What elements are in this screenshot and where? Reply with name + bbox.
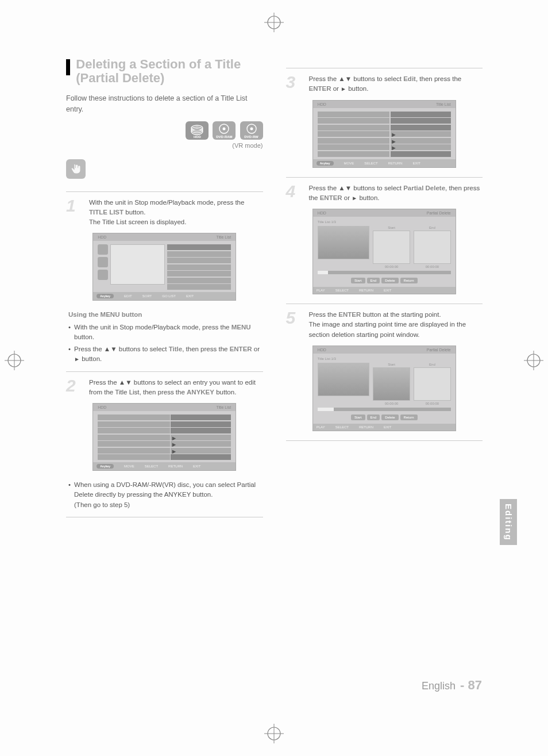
step-5: 5 Press the ENTER button at the starting… [286,310,483,340]
divider [66,517,263,517]
step-number: 5 [286,310,302,340]
section-marker [66,59,70,75]
intro-text: Follow these instructions to delete a se… [66,93,263,114]
using-menu-note: Using the MENU button •With the unit in … [66,310,263,364]
step-number: 2 [66,378,82,398]
section-title-row: Deleting a Section of a Title (Partial D… [66,57,263,85]
step-4: 4 Press the ▲▼ buttons to select Partial… [286,183,483,204]
page-footer: English - 87 [66,678,482,693]
step-number: 3 [286,74,302,94]
step-body: Press the ▲▼ buttons to select Edit, the… [309,74,483,94]
divider [286,440,483,441]
divider [286,177,483,178]
divider [286,304,483,304]
hand-press-icon [66,159,86,179]
section-title: Deleting a Section of a Title (Partial D… [76,57,263,85]
right-column: 3 Press the ▲▼ buttons to select Edit, t… [286,57,483,701]
svg-point-18 [250,127,253,130]
step-body: Press the ENTER button at the starting p… [309,310,483,340]
crop-mark-right [524,351,543,370]
divider [286,68,483,68]
divider [66,371,263,372]
step-number: 4 [286,183,302,204]
svg-point-16 [223,127,226,130]
ui-mock-partial-delete-2: HDDPartial Delete Title List 1/3 Start 0… [312,346,456,431]
ui-mock-partial-delete-1: HDDPartial Delete Title List 1/3 Start 0… [312,209,456,294]
side-tab-editing: Editing [500,499,517,545]
note-dvd-ram: •When using a DVD-RAM/-RW(VR) disc, you … [66,480,263,510]
using-menu-heading: Using the MENU button [68,310,263,320]
step-number: 1 [66,198,82,228]
crop-mark-bottom [264,724,284,743]
divider [66,191,263,192]
badge-dvd-ram: DVD-RAM [213,121,236,140]
step-2: 2 Press the ▲▼ buttons to select an entr… [66,378,263,398]
ui-mock-title-list-3: HDDTitle List ► ► ► [312,100,456,168]
page: Deleting a Section of a Title (Partial D… [0,0,548,756]
ui-mock-title-list-1: HDDTitle List Anykey EDIT SO [92,233,236,301]
step-3: 3 Press the ▲▼ buttons to select Edit, t… [286,74,483,94]
disc-badges: HDD DVD-RAM DVD-RW [66,121,263,140]
badge-hdd: HDD [186,121,209,140]
step-body: Press the ▲▼ buttons to select an entry … [89,378,263,398]
ui-mock-title-list-2: HDDTitle List ► ► ► [92,403,236,471]
crop-mark-left [5,351,24,370]
step-body: With the unit in Stop mode/Playback mode… [89,198,263,228]
footer-language: English [422,680,456,692]
crop-mark-top [264,13,284,32]
left-column: Deleting a Section of a Title (Partial D… [66,57,263,701]
step-body: Press the ▲▼ buttons to select Partial D… [309,183,483,204]
content: Deleting a Section of a Title (Partial D… [66,57,483,701]
step-1: 1 With the unit in Stop mode/Playback mo… [66,198,263,228]
footer-page-number: - 87 [460,678,482,693]
vr-mode-label: (VR mode) [66,142,263,149]
badge-dvd-rw: DVD-RW [240,121,263,140]
